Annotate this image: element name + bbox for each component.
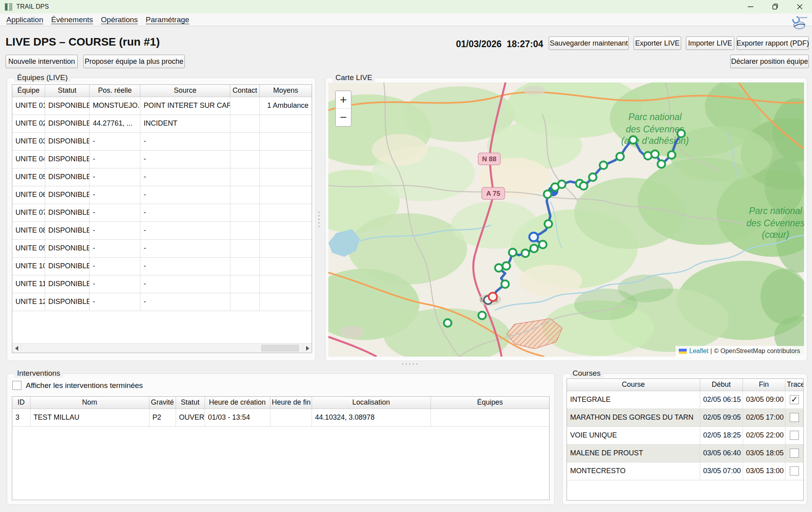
- table-row[interactable]: 3 TEST MILLAU P2 OUVERT 01/03 - 13:54 44…: [12, 409, 549, 426]
- minimize-button[interactable]: [738, 0, 763, 13]
- application-window: TRAIL DPS Application Évènements Opérati…: [0, 0, 812, 512]
- table-row[interactable]: UNITE 09DISPONIBLE--: [12, 239, 312, 257]
- zoom-in-button[interactable]: +: [336, 91, 351, 109]
- export-live-button[interactable]: Exporter LIVE: [634, 36, 681, 50]
- show-finished-label: Afficher les interventions terminées: [26, 381, 143, 390]
- new-intervention-button[interactable]: Nouvelle intervention: [6, 55, 78, 68]
- table-row[interactable]: MALENE DE PROUST03/05 06:4003/05 18:05: [567, 444, 803, 462]
- selected-checkpoint-marker[interactable]: [529, 233, 538, 241]
- table-row[interactable]: UNITE 11DISPONIBLE--: [12, 275, 312, 293]
- intv-col-gravite[interactable]: Gravité: [149, 397, 176, 409]
- close-button[interactable]: [787, 0, 812, 13]
- restore-button[interactable]: [763, 0, 787, 13]
- table-row[interactable]: UNITE 04DISPONIBLE--: [12, 150, 312, 168]
- ukraine-flag-icon: [679, 349, 687, 354]
- triangle-right-icon: [306, 346, 309, 351]
- teams-panel: Équipes (LIVE) Équipe Statut Pos. réelle…: [7, 78, 316, 361]
- save-now-button[interactable]: Sauvegarder maintenant: [549, 36, 629, 50]
- intv-col-id[interactable]: ID: [12, 397, 30, 409]
- trace-checkbox[interactable]: [790, 449, 799, 458]
- triangle-left-icon: [15, 346, 18, 351]
- declare-team-position-button[interactable]: Déclarer position équipe: [730, 55, 809, 68]
- svg-text:Parc national: Parc national: [749, 206, 802, 216]
- window-title: TRAIL DPS: [16, 3, 49, 10]
- table-row[interactable]: UNITE 02DISPONIBLE44.27761, ...INCIDENT: [12, 115, 312, 132]
- map-panel-title: Carte LIVE: [333, 73, 375, 82]
- menu-operations[interactable]: Opérations: [100, 15, 139, 24]
- import-live-button[interactable]: Importer LIVE: [686, 36, 734, 50]
- intv-col-fin[interactable]: Heure de fin: [270, 397, 312, 409]
- courses-col-fin[interactable]: Fin: [743, 379, 785, 391]
- table-row[interactable]: UNITE 06DISPONIBLE--: [12, 186, 312, 204]
- teams-col-pos[interactable]: Pos. réelle: [90, 85, 140, 97]
- table-row[interactable]: UNITE 08DISPONIBLE--: [12, 222, 312, 239]
- svg-text:A 75: A 75: [486, 190, 500, 197]
- svg-text:N 88: N 88: [482, 155, 496, 163]
- minimize-icon: [747, 3, 754, 10]
- propose-nearest-team-button[interactable]: Proposer équipe la plus proche: [83, 55, 185, 68]
- teams-table: Équipe Statut Pos. réelle Source Contact…: [12, 84, 312, 353]
- courses-col-course[interactable]: Course: [567, 379, 700, 391]
- road-badge-a75: A 75: [482, 187, 505, 199]
- trace-checkbox[interactable]: [790, 395, 799, 404]
- leaflet-link[interactable]: Leaflet: [689, 348, 709, 355]
- courses-grid: Course Début Fin Trace INTEGRALE02/05 06…: [567, 379, 803, 480]
- intv-col-creation[interactable]: Heure de création: [205, 397, 270, 409]
- teams-col-statut[interactable]: Statut: [45, 85, 89, 97]
- intv-col-equipes[interactable]: Équipes: [431, 397, 549, 409]
- map-graphics: Parc national des Cévennes (aire d'adhés…: [328, 82, 804, 357]
- trace-checkbox[interactable]: [790, 431, 799, 440]
- teams-col-contact[interactable]: Contact: [230, 85, 259, 97]
- show-finished-checkbox[interactable]: [12, 381, 21, 390]
- scroll-left-arrow[interactable]: [12, 344, 21, 353]
- table-row[interactable]: MONTECRESTO03/05 07:0003/05 13:00: [567, 462, 803, 480]
- trace-checkbox[interactable]: [790, 466, 799, 476]
- courses-panel: Courses Course Début Fin Trace INTEGRALE…: [562, 373, 807, 505]
- intv-col-statut[interactable]: Statut: [176, 397, 205, 409]
- table-row[interactable]: VOIE UNIQUE02/05 18:2502/05 22:00: [567, 426, 803, 444]
- window-controls: [738, 0, 812, 13]
- teams-horizontal-scrollbar[interactable]: [12, 343, 312, 353]
- interventions-table: ID Nom Gravité Statut Heure de création …: [12, 396, 550, 500]
- courses-col-debut[interactable]: Début: [700, 379, 743, 391]
- titlebar: TRAIL DPS: [0, 0, 812, 13]
- interventions-grid: ID Nom Gravité Statut Heure de création …: [12, 397, 549, 427]
- trace-checkbox[interactable]: [790, 413, 799, 422]
- teams-grid: Équipe Statut Pos. réelle Source Contact…: [12, 85, 312, 311]
- scrollbar-thumb[interactable]: [261, 345, 299, 352]
- map-canvas[interactable]: Parc national des Cévennes (aire d'adhés…: [328, 82, 804, 357]
- osm-attribution: © OpenStreetMap contributors: [714, 348, 800, 355]
- svg-text:(cœur): (cœur): [762, 229, 789, 240]
- table-row[interactable]: INTEGRALE02/05 06:1503/05 09:00: [567, 391, 803, 409]
- teams-col-equipe[interactable]: Équipe: [12, 85, 45, 97]
- table-row[interactable]: MARATHON DES GORGES DU TARN02/05 09:0502…: [567, 409, 803, 426]
- table-row[interactable]: UNITE 10DISPONIBLE--: [12, 257, 312, 275]
- map-zoom-control: + −: [335, 90, 352, 127]
- table-row[interactable]: UNITE 07DISPONIBLE--: [12, 204, 312, 222]
- table-row[interactable]: UNITE 01DISPONIBLEMONSTUEJO...POINT INTE…: [12, 97, 312, 115]
- attribution-separator: |: [710, 348, 712, 355]
- courses-panel-title: Courses: [570, 369, 603, 378]
- export-pdf-button[interactable]: Exporter rapport (PDF): [737, 36, 809, 50]
- brand-logo: [789, 15, 810, 31]
- scroll-right-arrow[interactable]: [303, 344, 312, 353]
- menu-evenements[interactable]: Évènements: [50, 15, 94, 24]
- table-row[interactable]: UNITE 12DISPONIBLE--: [12, 293, 312, 311]
- map-attribution: Leaflet | © OpenStreetMap contributors: [676, 346, 804, 357]
- table-row[interactable]: UNITE 03DISPONIBLE--: [12, 132, 312, 150]
- teams-col-source[interactable]: Source: [140, 85, 230, 97]
- interventions-panel: Interventions Afficher les interventions…: [7, 373, 555, 505]
- svg-text:des Cévennes: des Cévennes: [626, 124, 684, 134]
- menubar: Application Évènements Opérations Paramé…: [0, 13, 812, 26]
- menu-parametrage[interactable]: Paramétrage: [145, 15, 190, 24]
- svg-text:des Cévennes: des Cévennes: [746, 218, 804, 228]
- table-row[interactable]: UNITE 05DISPONIBLE--: [12, 168, 312, 186]
- intervention-marker-red[interactable]: [489, 293, 497, 301]
- intv-col-nom[interactable]: Nom: [30, 397, 149, 409]
- intv-col-localisation[interactable]: Localisation: [312, 397, 431, 409]
- menu-application[interactable]: Application: [6, 15, 44, 24]
- courses-col-trace[interactable]: Trace: [785, 379, 803, 391]
- zoom-out-button[interactable]: −: [336, 109, 351, 126]
- teams-col-moyens[interactable]: Moyens: [260, 85, 312, 97]
- restore-icon: [772, 3, 779, 10]
